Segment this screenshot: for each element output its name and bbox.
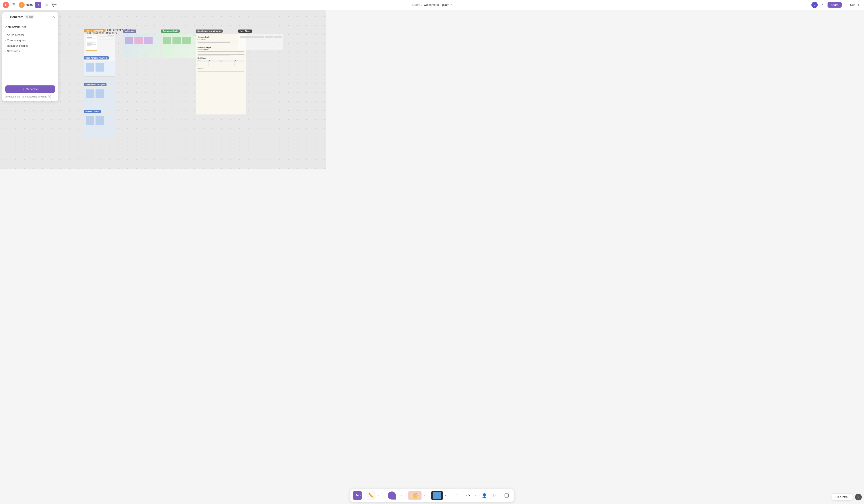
frame-icebreaker[interactable]: Icebreaker: [123, 34, 160, 58]
nextsteps-table: [240, 36, 282, 38]
list-item-icebreaker: - An ice breaker: [5, 33, 55, 38]
persona-blocks: [86, 63, 104, 72]
items-list: - An ice breaker - Company goals - Resea…: [5, 33, 55, 54]
icebreaker-label: Icebreaker: [123, 29, 136, 33]
market-label: Market Trends: [84, 110, 101, 113]
sidebar-title-row: ← Generate AI beta: [5, 15, 34, 19]
ai-badge: AI beta: [25, 15, 34, 19]
key-insights-label: KEY INSIGHTS: [197, 49, 244, 50]
wrap-up-section: Wrap-up: [197, 68, 244, 72]
ai-generate-btn[interactable]: ✦: [35, 2, 41, 8]
frame-market-trends[interactable]: Market Trends: [84, 114, 115, 138]
company-goals-label: Company Goals: [161, 29, 180, 33]
market-blocks: [86, 116, 104, 125]
persona-block-2: [96, 63, 104, 72]
green-note-1: [163, 37, 171, 44]
grid-view-icon[interactable]: ⊞: [43, 2, 49, 8]
sidebar-divider: [5, 83, 55, 83]
sidebar-header: ← Generate AI beta ✕: [2, 12, 58, 22]
frame-user-persona[interactable]: User Persona Analysis: [84, 61, 115, 84]
ai-warning: AI outputs can be misleading or wrong i: [5, 95, 55, 98]
frame-company-goals[interactable]: Company Goals Goals: [161, 34, 198, 58]
research-insights-sub: Research Insights: [197, 47, 244, 48]
topbar: F ☰ ● 06:00 ✦ ⊞ 💬 Drafts / Welcome to Fi…: [0, 0, 326, 10]
warning-text: AI outputs can be misleading or wrong: [5, 95, 47, 98]
table-header-assignee: Assignee: [218, 60, 235, 62]
sticky-3: [144, 37, 153, 44]
green-grid: [163, 37, 191, 44]
info-icon: i: [48, 95, 51, 98]
competitor-block-1: [86, 89, 94, 98]
intro-text: A brainstorm. Add: [5, 25, 55, 29]
frame-competitor[interactable]: Competitor Analysis: [84, 88, 115, 111]
sticky-1: [125, 37, 133, 44]
market-block-1: [86, 116, 94, 125]
key-goals-label: KEY GOALS: [197, 39, 244, 40]
company-goals-heading: Company Goals: [197, 36, 244, 38]
market-block-2: [96, 116, 104, 125]
sidebar-title: Generate: [10, 15, 24, 19]
list-item-company-goals: - Company goals: [5, 38, 55, 43]
green-note-3: [182, 37, 191, 44]
table-row: ● … … …: [198, 62, 244, 64]
sticky-2: [134, 37, 143, 44]
user-avatar-small[interactable]: ●: [19, 2, 25, 8]
research-doc-card: [86, 36, 97, 50]
wrap-up-label: Wrap-up: [197, 68, 244, 69]
research-text-lines: [99, 36, 113, 40]
list-item-research: - Research insights: [5, 43, 55, 49]
next-steps-label: Next Steps: [238, 29, 252, 33]
table-header-task: Task: [208, 60, 218, 62]
table-header-date: Date: [235, 60, 244, 62]
list-item-nextsteps: - Next steps: [5, 49, 55, 54]
research-label: Research Insights: [84, 29, 105, 33]
table-row: ● … … …: [198, 64, 244, 66]
chat-icon[interactable]: 💬: [51, 2, 58, 8]
generate-button[interactable]: ✦ Generate: [5, 85, 55, 93]
competitor-block-2: [96, 89, 104, 98]
conclusion-label: Conclusion and Wrap-up: [196, 29, 223, 33]
topbar-left: F ☰ ● 06:00 ✦ ⊞ 💬: [3, 2, 58, 8]
competitor-label: Competitor Analysis: [84, 83, 107, 86]
job-findings-label: Job Findings: [107, 35, 114, 36]
close-button[interactable]: ✕: [52, 15, 55, 19]
table-header-item: Items: [198, 60, 209, 62]
key-insights-section: KEY INSIGHTS: [197, 49, 244, 56]
green-note-2: [172, 37, 181, 44]
back-button[interactable]: ←: [5, 15, 9, 19]
key-goals-section: KEY GOALS: [197, 39, 244, 45]
next-steps-table-section: Items Task Assignee Date ● … … …: [197, 60, 244, 66]
persona-block-1: [86, 63, 94, 72]
generate-panel: ← Generate AI beta ✕ A brainstorm. Add -…: [2, 12, 58, 101]
figma-logo[interactable]: F: [3, 2, 9, 8]
competitor-blocks: [86, 89, 104, 98]
persona-label: User Persona Analysis: [84, 56, 109, 60]
next-steps-table: Items Task Assignee Date ● … … …: [197, 60, 244, 66]
sidebar-content: A brainstorm. Add - An ice breaker - Com…: [2, 22, 58, 101]
menu-icon[interactable]: ☰: [11, 2, 17, 8]
frame-next-steps[interactable]: Next Steps: [238, 34, 283, 50]
timer-display: 06:00: [26, 3, 33, 7]
icebreaker-stickies: [125, 37, 153, 44]
next-steps-sub: Next Steps: [197, 57, 244, 59]
